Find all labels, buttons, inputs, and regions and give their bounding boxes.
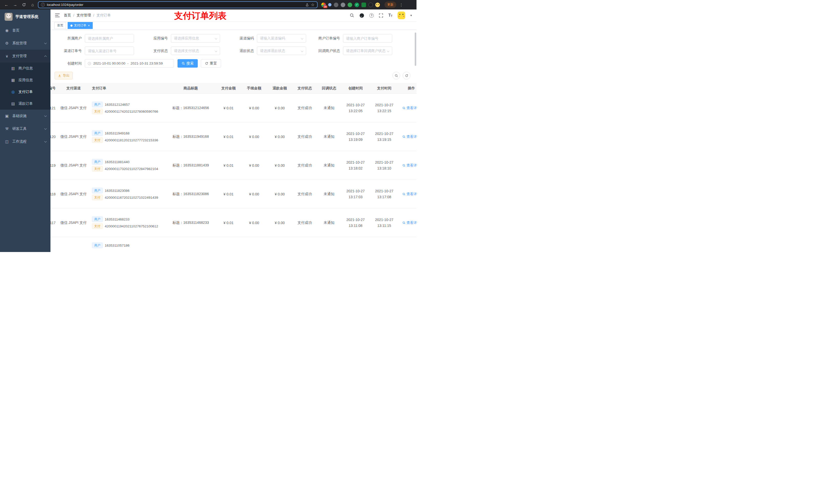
extension-icon-8[interactable] — [368, 3, 373, 7]
breadcrumb-payment[interactable]: 支付管理 — [77, 13, 91, 18]
sidebar-toggle-icon[interactable] — [55, 14, 60, 17]
sidebar-item-label: 支付管理 — [12, 54, 27, 58]
chevron-up-icon — [44, 55, 47, 58]
sidebar-item-home[interactable]: ◉ 首页 — [0, 24, 50, 37]
filter-merchant-order-no: 商户订单编号 — [313, 34, 395, 43]
sidebar-item-refund-order[interactable]: ▤ 退款订单 — [0, 98, 50, 110]
merchant-tag: 商户 — [92, 216, 103, 222]
sidebar-item-dev-tools[interactable]: ⚒ 研发工具 — [0, 122, 50, 135]
site-info-icon[interactable]: i — [41, 3, 45, 7]
sidebar-item-pay-order[interactable]: ◎ 支付订单 — [0, 86, 50, 98]
extension-icon-9[interactable] — [375, 3, 380, 7]
field-label: 所属商户 — [54, 36, 85, 41]
search-button[interactable]: 搜索 — [177, 59, 198, 68]
extension-icon-6[interactable]: ✓ — [355, 3, 359, 7]
breadcrumb-separator: / — [93, 13, 94, 18]
cell-status: 支付成功 — [292, 192, 317, 196]
view-detail-link[interactable]: 查看详情 — [402, 163, 416, 168]
extension-icon-1[interactable]: 10 — [321, 3, 326, 7]
notify-status-select[interactable]: 请选择订单回调商户状态 — [343, 47, 392, 55]
channel-code-select[interactable]: 请输入渠道编码 — [257, 34, 306, 43]
browser-forward-button[interactable]: → — [12, 2, 19, 8]
fullscreen-icon[interactable] — [379, 13, 383, 18]
magnifier-icon — [402, 164, 405, 167]
col-create-time: 创建时间 — [341, 86, 370, 91]
app-no-select[interactable]: 请选择应用信息 — [171, 34, 220, 43]
url-text[interactable]: localhost:1024/pay/order — [47, 3, 303, 7]
view-detail-link[interactable]: 查看详情 — [402, 135, 416, 139]
view-detail-link[interactable]: 查看详情 — [402, 192, 416, 196]
col-refund: 退款金额 — [267, 86, 292, 91]
extension-icon-5[interactable] — [348, 3, 352, 7]
refresh-icon — [205, 62, 208, 65]
url-bar[interactable]: i localhost:1024/pay/order ☆ — [38, 1, 318, 8]
export-button[interactable]: 导出 — [54, 72, 73, 79]
bookmark-star-icon[interactable]: ☆ — [311, 2, 314, 7]
channel-pay-no: 4200001174202110278060590766 — [105, 110, 158, 114]
close-icon[interactable]: × — [88, 24, 90, 27]
filter-channel-order-no: 渠道订单号 — [54, 47, 137, 55]
share-icon[interactable] — [305, 3, 309, 7]
refund-status-select[interactable]: 请选择退款状态 — [257, 47, 306, 55]
breadcrumb-home[interactable]: 首页 — [64, 13, 71, 18]
breadcrumb-separator: / — [73, 13, 74, 18]
cell-title: 标题：1635311468233 — [166, 220, 216, 225]
cell-create-time: 2021-10-2713:11:08 — [341, 217, 370, 229]
sidebar-item-payment[interactable]: ¥ 支付管理 — [0, 50, 50, 63]
channel-order-no-input[interactable] — [85, 47, 134, 55]
avatar-caret-icon[interactable]: ▾ — [410, 14, 412, 17]
refresh-table-button[interactable] — [403, 72, 410, 79]
cell-channel: 微信 JSAPI 支付 — [58, 192, 89, 196]
update-button[interactable]: 更新 — [384, 2, 396, 8]
header-search-icon[interactable] — [350, 13, 354, 18]
pay-status-select[interactable]: 请选择支付状态 — [171, 47, 220, 55]
browser-back-button[interactable]: ← — [3, 2, 10, 8]
sidebar-item-system[interactable]: ⚙ 系统管理 — [0, 37, 50, 50]
sidebar-item-merchant-info[interactable]: ▥ 商户信息 — [0, 63, 50, 74]
chevron-down-icon — [44, 127, 47, 130]
extension-icon-3[interactable] — [334, 3, 338, 7]
sidebar-item-workflow[interactable]: ◫ 工作流程 — [0, 135, 50, 148]
tab-home[interactable]: 首页 — [54, 22, 66, 29]
merchant-tag: 商户 — [92, 159, 103, 165]
cell-create-time: 2021-10-2713:18:02 — [341, 160, 370, 171]
view-detail-link[interactable]: 查看详情 — [402, 106, 416, 111]
user-avatar[interactable] — [398, 11, 405, 19]
channel-pay-no: 4200001167202110271022491439 — [105, 196, 158, 199]
font-size-icon[interactable]: TT — [388, 13, 392, 18]
view-detail-link[interactable]: 查看详情 — [402, 220, 416, 225]
cell-id: 120 — [50, 135, 58, 139]
cell-pay-order: 商户1635311881440 支付4200001173202110272847… — [89, 158, 166, 173]
tab-pay-order[interactable]: 支付订单 × — [68, 22, 93, 29]
cell-fee: ¥ 0.00 — [241, 163, 267, 167]
app-logo[interactable]: 芋道管理系统 — [0, 9, 50, 24]
monitor-icon: ▣ — [5, 114, 9, 118]
browser-menu-icon[interactable]: ⋮ — [399, 3, 403, 7]
date-range-picker[interactable]: 2021-10-01 00:00:00 - 2021-10-31 23:59:5… — [85, 59, 174, 68]
toggle-search-button[interactable] — [392, 72, 400, 79]
col-status: 支付状态 — [292, 86, 317, 91]
cell-actions: 查看详情 — [399, 135, 416, 139]
extension-icon-4[interactable] — [341, 3, 345, 7]
merchant-order-no-input[interactable] — [343, 34, 392, 43]
reset-button[interactable]: 重置 — [201, 59, 221, 68]
extension-icon-2[interactable] — [328, 3, 331, 6]
merchant-order-no: 1635311881440 — [105, 160, 129, 164]
sidebar-item-infrastructure[interactable]: ▣ 基础设施 — [0, 110, 50, 122]
cell-status: 支付成功 — [292, 135, 317, 139]
help-icon[interactable]: ? — [370, 13, 374, 18]
sidebar-item-app-info[interactable]: ▦ 应用信息 — [0, 74, 50, 86]
cell-notify: 未通知 — [317, 106, 341, 111]
scrollbar[interactable] — [415, 32, 416, 66]
extension-icon-7[interactable] — [361, 3, 366, 7]
filter-notify-status: 回调商户状态 请选择订单回调商户状态 — [313, 47, 395, 55]
browser-home-button[interactable]: ⌂ — [29, 2, 36, 8]
cell-fee: ¥ 0.00 — [241, 221, 267, 225]
cell-pay-time: 2021-10-2713:22:15 — [370, 102, 399, 114]
merchant-input[interactable] — [85, 34, 134, 43]
github-icon[interactable] — [359, 13, 364, 18]
cell-pay-order: 商户1635311468233 支付4200001194202110276752… — [89, 215, 166, 230]
browser-reload-button[interactable] — [21, 2, 27, 8]
field-label: 渠道订单号 — [54, 49, 85, 53]
magnifier-icon — [402, 106, 405, 110]
